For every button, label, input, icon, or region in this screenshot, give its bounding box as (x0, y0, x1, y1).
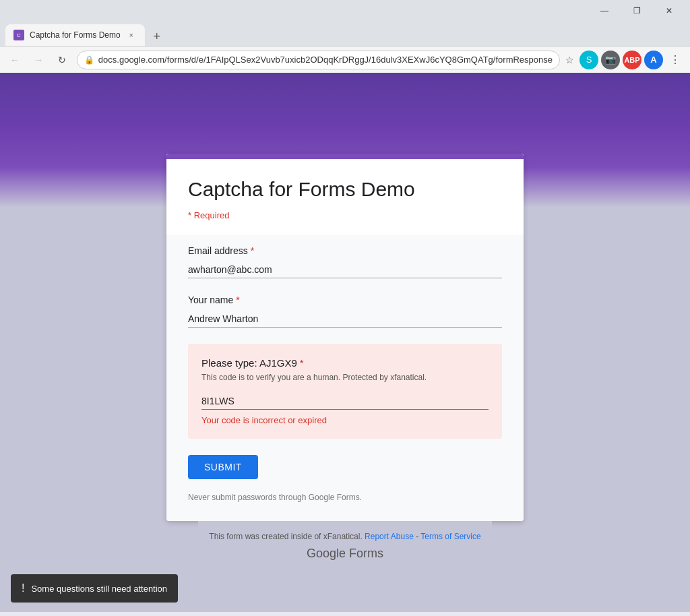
form-card: Captcha for Forms Demo * Required Email … (166, 154, 524, 521)
adblock-button[interactable]: ABP (623, 51, 641, 69)
account-button[interactable]: A (644, 51, 663, 69)
captcha-error-message: Your code is incorrect or expired (201, 415, 489, 425)
reload-button[interactable]: ↻ (53, 51, 71, 69)
footer-text: This form was created inside of xFanatic… (209, 532, 480, 541)
toast-icon: ! (22, 582, 24, 594)
title-bar: — ❐ ✕ (0, 0, 690, 22)
tab-close-button[interactable]: × (126, 30, 137, 40)
name-input[interactable] (188, 311, 502, 328)
url-bar[interactable]: 🔒 docs.google.com/forms/d/e/1FAIpQLSex2V… (77, 51, 560, 69)
tab-favicon: C (13, 30, 24, 40)
browser-viewport[interactable]: Captcha for Forms Demo * Required Email … (0, 73, 690, 616)
report-abuse-link[interactable]: Report Abuse (365, 532, 414, 541)
email-label: Email address * (188, 245, 502, 256)
captcha-box: Please type: AJ1GX9 * This code is to ve… (188, 344, 502, 439)
form-body: Email address * Your name * Pl (166, 235, 524, 521)
minimize-button[interactable]: — (589, 0, 620, 22)
required-note: * Required (188, 210, 229, 220)
browser-menu-button[interactable]: ⋮ (666, 51, 685, 69)
tab-bar: C Captcha for Forms Demo × + (0, 22, 690, 46)
browser-actions: S 📷 ABP A ⋮ (579, 51, 685, 69)
address-bar: ← → ↻ 🔒 docs.google.com/forms/d/e/1FAIpQ… (0, 46, 690, 73)
never-submit-note: Never submit passwords through Google Fo… (188, 493, 502, 502)
forward-button[interactable]: → (29, 51, 47, 69)
email-field-group: Email address * (188, 245, 502, 278)
page-content: Captcha for Forms Demo * Required Email … (0, 208, 690, 612)
captcha-required-star: * (300, 357, 304, 369)
new-tab-button[interactable]: + (148, 27, 166, 46)
name-required-star: * (236, 295, 239, 305)
name-label: Your name * (188, 295, 502, 305)
lock-icon: 🔒 (84, 55, 94, 65)
form-header: Captcha for Forms Demo * Required (166, 154, 524, 235)
active-tab[interactable]: C Captcha for Forms Demo × (5, 24, 145, 46)
back-button[interactable]: ← (5, 51, 24, 69)
attention-toast: ! Some questions still need attention (11, 574, 178, 603)
captcha-input[interactable] (201, 393, 489, 410)
terms-of-service-link[interactable]: Terms of Service (420, 532, 480, 541)
captcha-label: Please type: AJ1GX9 * (201, 357, 489, 369)
captcha-description: This code is to verify you are a human. … (201, 373, 489, 382)
email-required-star: * (251, 245, 254, 256)
url-text: docs.google.com/forms/d/e/1FAIpQLSex2Vuv… (98, 55, 553, 65)
email-input[interactable] (188, 261, 502, 278)
google-forms-branding: Google Forms (209, 547, 480, 561)
toast-text: Some questions still need attention (31, 584, 167, 594)
tab-title: Captcha for Forms Demo (30, 30, 121, 40)
camera-extension-button[interactable]: 📷 (601, 51, 620, 69)
submit-button[interactable]: SUBMIT (188, 455, 258, 479)
name-field-group: Your name * (188, 295, 502, 328)
window-controls[interactable]: — ❐ ✕ (589, 0, 685, 22)
maximize-button[interactable]: ❐ (621, 0, 652, 22)
form-title: Captcha for Forms Demo (188, 178, 502, 201)
s-extension-button[interactable]: S (579, 51, 598, 69)
bookmark-star-icon[interactable]: ☆ (565, 55, 574, 65)
close-button[interactable]: ✕ (654, 0, 685, 22)
page-footer: This form was created inside of xFanatic… (198, 521, 491, 572)
